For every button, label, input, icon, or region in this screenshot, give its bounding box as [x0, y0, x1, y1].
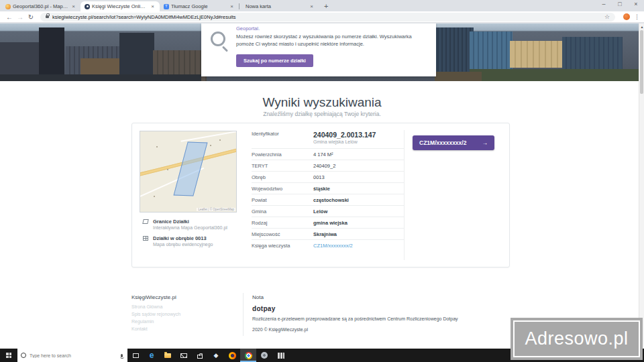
- reload-button[interactable]: ↻: [25, 13, 36, 21]
- search-by-parcel-number-button[interactable]: Szukaj po numerze działki: [236, 54, 313, 67]
- footer-link-regulamin[interactable]: Regulamin: [131, 319, 180, 324]
- windows-logo-icon: [6, 353, 11, 358]
- back-button[interactable]: ←: [4, 13, 15, 21]
- tab-title: Tłumacz Google: [171, 3, 227, 9]
- map-attribution: Leaflet | © OpenStreetMap: [197, 208, 235, 211]
- map-captions: Granice Działki Interaktywna Mapa Geopor…: [143, 219, 227, 252]
- minimize-button[interactable]: –: [596, 0, 612, 9]
- task-view-icon[interactable]: [127, 349, 144, 362]
- parcel-border-icon: [142, 219, 148, 224]
- screen: Geoportal360.pl - Mapa Interakt… × Księg…: [0, 0, 644, 362]
- start-button[interactable]: [0, 349, 17, 362]
- arrow-right-icon: →: [482, 139, 488, 146]
- file-explorer-icon[interactable]: [160, 349, 176, 362]
- search-icon: [211, 32, 225, 46]
- tab-close-icon[interactable]: ×: [309, 3, 315, 9]
- table-row: Województwo śląskie: [252, 183, 405, 194]
- card-column-divider: [404, 130, 405, 260]
- close-button[interactable]: ×: [628, 0, 644, 9]
- geoportal-description: Możesz również skorzystać z wyszukiwania…: [236, 34, 429, 48]
- new-tab-button[interactable]: +: [324, 2, 328, 10]
- table-row: Identyfikator 240409_2.0013.147 Gmina wi…: [252, 129, 405, 149]
- adresowo-watermark: Adresowo.pl: [511, 318, 643, 360]
- caption-granice-dzialki[interactable]: Granice Działki Interaktywna Mapa Geopor…: [143, 219, 227, 230]
- microphone-icon[interactable]: [121, 354, 123, 357]
- page-subtitle: Znaleźliśmy działkę spełniającą Twoje kr…: [0, 111, 644, 117]
- page-scrollbar[interactable]: ▲: [639, 23, 644, 349]
- tab-close-icon[interactable]: ×: [70, 3, 76, 9]
- tab-title: Księgi Wieczyste Online - Ogóln…: [92, 3, 148, 9]
- browser-tab-bar: Geoportal360.pl - Mapa Interakt… × Księg…: [0, 0, 644, 11]
- table-row: Miejscowość Skrajniwa: [252, 229, 405, 240]
- dropbox-icon[interactable]: ◆: [208, 349, 224, 362]
- translate-favicon-icon: [164, 4, 169, 9]
- footer-link-spis-sadow[interactable]: Spis sądów rejonowych: [131, 312, 180, 316]
- chrome-icon[interactable]: [240, 349, 256, 362]
- tab-close-icon[interactable]: ×: [150, 3, 156, 9]
- edge-icon[interactable]: e: [144, 349, 160, 362]
- store-icon[interactable]: [192, 349, 208, 362]
- table-row: TERYT 240409_2: [252, 160, 405, 172]
- tab-geoportal360[interactable]: Geoportal360.pl - Mapa Interakt… ×: [1, 1, 80, 11]
- geoportal-link[interactable]: Geoportal.: [236, 25, 260, 32]
- footer-link-kontakt[interactable]: Kontakt: [131, 326, 180, 331]
- browser-toolbar: ← → ↻ ksiegiwieczyste.pl/search/lot?sear…: [0, 11, 644, 23]
- scrollbar-up-icon[interactable]: ▲: [640, 25, 644, 29]
- caption-dzialki-w-obrebie[interactable]: Działki w obrębie 0013 Mapa obrębu ewide…: [143, 235, 227, 247]
- tab-title: Geoportal360.pl - Mapa Interakt…: [13, 3, 68, 9]
- tab-close-icon[interactable]: ×: [229, 3, 235, 9]
- table-row: Powiat częstochowski: [252, 194, 405, 206]
- result-card: Leaflet | © OpenStreetMap Granice Działk…: [131, 123, 510, 267]
- tab-title: Nowa karta: [246, 3, 307, 9]
- footer-link-strona-glowna[interactable]: Strona Główna: [131, 304, 180, 309]
- cortana-icon: [21, 353, 26, 358]
- page-title: Wyniki wyszukiwania: [0, 95, 644, 110]
- table-row: Księga wieczysta CZ1M/xxxxxxxx/2: [252, 240, 405, 251]
- taskbar-search-input[interactable]: [30, 353, 121, 358]
- open-land-register-button[interactable]: CZ1M/xxxxxxxx/2 →: [413, 135, 494, 150]
- table-row: Powierzchnia 4 174 M²: [252, 149, 405, 160]
- hero-city-photo: Geoportal. Możesz również skorzystać z w…: [0, 23, 644, 81]
- footer-divider: [243, 293, 244, 336]
- table-row: Rodzaj gmina wiejska: [252, 217, 405, 229]
- table-row: Obręb 0013: [252, 172, 405, 183]
- mail-icon[interactable]: [176, 349, 192, 362]
- scrollbar-thumb[interactable]: [640, 30, 643, 94]
- address-bar[interactable]: ksiegiwieczyste.pl/search/lot?search=WyI…: [40, 13, 615, 21]
- parcel-details-table: Identyfikator 240409_2.0013.147 Gmina wi…: [252, 129, 405, 251]
- url-text[interactable]: ksiegiwieczyste.pl/search/lot?search=WyI…: [52, 14, 602, 20]
- map-road-minor: [181, 131, 237, 142]
- footer-links: Strona Główna Spis sądów rejonowych Regu…: [131, 304, 180, 334]
- forward-button[interactable]: →: [15, 13, 25, 21]
- footer-copyright: 2020 © KsięgiWieczyste.pl: [252, 327, 308, 332]
- tab-new-page[interactable]: Nowa karta ×: [239, 1, 319, 11]
- tab-google-translate[interactable]: Tłumacz Google ×: [160, 1, 239, 11]
- firefox-icon[interactable]: [224, 349, 240, 362]
- footer-nota-title: Nota: [252, 294, 264, 300]
- footer-brand: KsięgiWieczyste.pl: [131, 294, 176, 300]
- parcel-grid-icon: [143, 236, 148, 241]
- taskbar-search-box[interactable]: [17, 349, 127, 362]
- tab-ksiegi-wieczyste[interactable]: Księgi Wieczyste Online - Ogóln… ×: [80, 1, 160, 11]
- ksiegi-favicon-icon: [85, 4, 90, 9]
- maximize-button[interactable]: □: [612, 0, 628, 9]
- secure-padlock-icon[interactable]: [46, 15, 49, 18]
- app-circle-icon[interactable]: [256, 349, 272, 362]
- footer-note: Rozliczenia e-przelewem przeprowadzane s…: [252, 316, 458, 321]
- bookmark-star-icon[interactable]: ☆: [604, 13, 610, 20]
- page-viewport: Geoportal. Możesz również skorzystać z w…: [0, 23, 644, 349]
- parcel-identifier: 240409_2.0013.147: [313, 131, 405, 139]
- table-row: Gmina Lelów: [252, 206, 405, 217]
- dotpay-logo: dotpay: [252, 305, 276, 312]
- geoportal-info-card: Geoportal. Możesz również skorzystać z w…: [201, 23, 436, 76]
- profile-avatar[interactable]: [623, 13, 630, 20]
- land-register-link[interactable]: CZ1M/xxxxxxxx/2: [313, 243, 353, 249]
- browser-menu-icon[interactable]: ⋮: [634, 13, 640, 20]
- window-controls: – □ ×: [596, 0, 644, 9]
- parcel-map-thumbnail[interactable]: Leaflet | © OpenStreetMap: [140, 131, 237, 213]
- documents-icon[interactable]: [272, 349, 288, 362]
- geoportal-favicon-icon: [5, 4, 11, 9]
